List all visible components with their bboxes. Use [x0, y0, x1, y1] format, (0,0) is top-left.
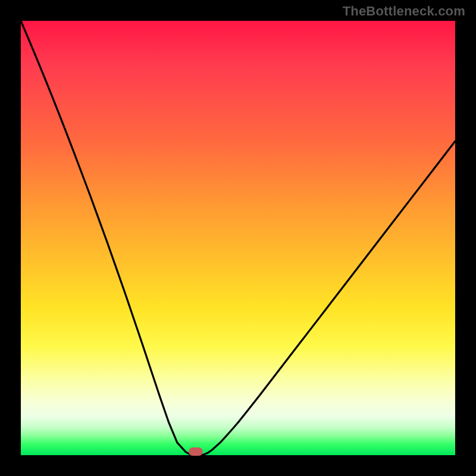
- plot-area: [21, 21, 455, 455]
- attribution-text: TheBottleneck.com: [343, 4, 465, 19]
- bottleneck-marker: [189, 447, 203, 456]
- bottleneck-curve: [21, 21, 455, 455]
- chart-frame: TheBottleneck.com: [0, 0, 476, 476]
